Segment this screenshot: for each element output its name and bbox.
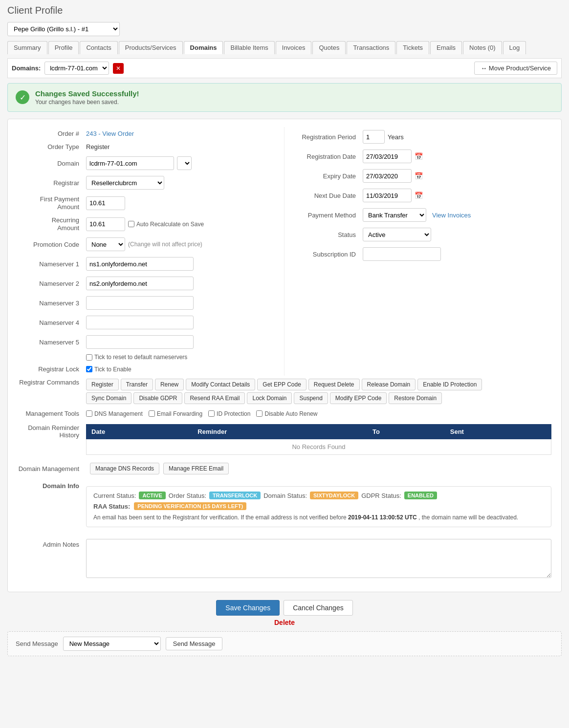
payment-method-select[interactable]: Bank Transfer	[363, 208, 426, 222]
tab-tickets[interactable]: Tickets	[396, 41, 429, 54]
domain-input-group: ▼	[86, 156, 192, 170]
ns3-row: Nameserver 3	[18, 293, 279, 313]
reg-cmd-get-epp[interactable]: Get EPP Code	[257, 379, 306, 390]
payment-method-group: Bank Transfer View Invoices	[363, 208, 471, 222]
reg-cmd-renew[interactable]: Renew	[155, 379, 184, 390]
expiry-date-row: Expiry Date 📅	[294, 166, 551, 186]
admin-notes-label: Admin Notes	[18, 539, 86, 548]
reg-cmd-register[interactable]: Register	[86, 379, 119, 390]
nameserver2-input[interactable]	[86, 277, 194, 290]
recurring-amount-group: Auto Recalculate on Save	[86, 217, 204, 231]
dns-management-label[interactable]: DNS Management	[86, 410, 143, 417]
reg-cmd-lock-domain[interactable]: Lock Domain	[247, 392, 292, 404]
reg-cmd-disable-gdpr[interactable]: Disable GDPR	[133, 392, 182, 404]
tab-log[interactable]: Log	[503, 41, 526, 54]
domain-reminder-label: Domain Reminder History	[18, 424, 86, 439]
tab-invoices[interactable]: Invoices	[276, 41, 312, 54]
registrar-select[interactable]: Resellerclubrcm	[86, 176, 164, 190]
success-banner: ✓ Changes Saved Successfully! Your chang…	[7, 83, 562, 112]
next-due-date-input[interactable]	[363, 189, 412, 202]
reg-date-label: Registration Date	[294, 153, 363, 160]
tab-profile[interactable]: Profile	[48, 41, 79, 54]
recurring-amount-input[interactable]	[86, 217, 125, 231]
nameserver3-input[interactable]	[86, 296, 194, 310]
nameserver5-input[interactable]	[86, 335, 194, 349]
reg-cmd-enable-id-protection[interactable]: Enable ID Protection	[417, 379, 482, 390]
reg-cmd-request-delete[interactable]: Request Delete	[308, 379, 360, 390]
id-protection-label[interactable]: ID Protection	[208, 410, 250, 417]
send-message-button[interactable]: Send Message	[166, 637, 223, 650]
dns-management-checkbox[interactable]	[86, 410, 92, 417]
reminder-col-to: To	[368, 425, 445, 439]
reg-cmd-sync-domain[interactable]: Sync Domain	[86, 392, 131, 404]
status-select[interactable]: Active	[363, 228, 431, 241]
view-invoices-link[interactable]: View Invoices	[432, 212, 471, 219]
reset-ns-checkbox[interactable]	[86, 354, 92, 361]
reg-date-input[interactable]	[363, 150, 412, 163]
tab-emails[interactable]: Emails	[430, 41, 462, 54]
domain-info-text1: An email has been sent to the Registrant…	[93, 514, 347, 521]
email-forwarding-checkbox[interactable]	[149, 410, 155, 417]
first-payment-input[interactable]	[86, 196, 125, 210]
delete-link[interactable]: Delete	[274, 619, 295, 626]
auto-recalculate-label[interactable]: Auto Recalculate on Save	[128, 221, 204, 228]
tab-products-services[interactable]: Products/Services	[119, 41, 183, 54]
no-records-text: No Records Found	[87, 439, 551, 455]
admin-notes-textarea[interactable]	[86, 539, 551, 578]
reg-cmd-suspend[interactable]: Suspend	[294, 392, 328, 404]
send-message-select[interactable]: New Message	[63, 637, 161, 651]
manage-dns-records-button[interactable]: Manage DNS Records	[90, 463, 159, 474]
auto-recalculate-checkbox[interactable]	[128, 221, 134, 227]
domain-label: Domain	[18, 160, 86, 167]
reg-cmd-transfer[interactable]: Transfer	[121, 379, 153, 390]
manage-free-email-button[interactable]: Manage FREE Email	[163, 463, 229, 474]
tab-summary[interactable]: Summary	[7, 41, 47, 54]
move-product-service-button[interactable]: ↔ Move Product/Service	[474, 62, 557, 75]
domain-select[interactable]: lcdrm-77-01.com	[44, 62, 109, 75]
tab-quotes[interactable]: Quotes	[312, 41, 346, 54]
reg-cmd-restore-domain[interactable]: Restore Domain	[389, 392, 442, 404]
subscription-id-input[interactable]	[363, 247, 441, 261]
expiry-date-input[interactable]	[363, 169, 412, 183]
nameserver4-input[interactable]	[86, 316, 194, 329]
delete-domain-icon[interactable]: ✕	[113, 63, 124, 74]
recurring-amount-row: RecurringAmount Auto Recalculate on Save	[18, 214, 279, 235]
disable-auto-renew-label[interactable]: Disable Auto Renew	[256, 410, 317, 417]
success-content: Changes Saved Successfully! Your changes…	[35, 89, 139, 106]
expiry-date-calendar-icon[interactable]: 📅	[415, 172, 423, 180]
tab-transactions[interactable]: Transactions	[347, 41, 395, 54]
tab-notes[interactable]: Notes (0)	[463, 41, 502, 54]
disable-auto-renew-checkbox[interactable]	[256, 410, 263, 417]
save-changes-button[interactable]: Save Changes	[216, 600, 280, 616]
tab-domains[interactable]: Domains	[184, 41, 223, 54]
reg-cmd-resend-raa[interactable]: Resend RAA Email	[184, 392, 245, 404]
registrar-lock-checkbox[interactable]	[86, 366, 92, 372]
reg-cmd-modify-epp[interactable]: Modify EPP Code	[330, 392, 387, 404]
main-card: Order # 243 - View Order Order Type Regi…	[7, 119, 562, 592]
reg-cmd-release-domain[interactable]: Release Domain	[362, 379, 416, 390]
domain-type-select[interactable]: ▼	[177, 156, 192, 170]
id-protection-checkbox[interactable]	[208, 410, 215, 417]
email-forwarding-label[interactable]: Email Forwarding	[149, 410, 202, 417]
domain-input[interactable]	[86, 156, 174, 170]
reset-ns-label[interactable]: Tick to reset to default nameservers	[86, 354, 187, 361]
registrar-row: Registrar Resellerclubrcm	[18, 173, 279, 193]
reg-cmd-modify-contact[interactable]: Modify Contact Details	[186, 379, 255, 390]
nameserver1-input[interactable]	[86, 257, 194, 271]
next-due-date-group: 📅	[363, 189, 423, 202]
promo-code-group: None (Change will not affect price)	[86, 237, 202, 251]
next-due-date-calendar-icon[interactable]: 📅	[415, 192, 423, 199]
reg-period-unit: Years	[388, 133, 404, 141]
tab-contacts[interactable]: Contacts	[80, 41, 117, 54]
reg-date-calendar-icon[interactable]: 📅	[415, 152, 423, 160]
cancel-changes-button[interactable]: Cancel Changes	[284, 600, 353, 616]
registrar-lock-check-label[interactable]: Tick to Enable	[86, 366, 131, 373]
reg-period-input[interactable]	[363, 130, 385, 144]
current-status-badge: ACTIVE	[139, 492, 165, 499]
client-select[interactable]: Pepe Grillo (Grillo s.l.) - #1	[7, 22, 120, 36]
promo-code-select[interactable]: None	[86, 237, 125, 251]
order-number-link[interactable]: 243 - View Order	[86, 130, 134, 137]
domain-status-text: Domain Status:	[263, 492, 307, 499]
tab-billable-items[interactable]: Billable Items	[224, 41, 274, 54]
ns3-label: Nameserver 3	[18, 300, 86, 307]
